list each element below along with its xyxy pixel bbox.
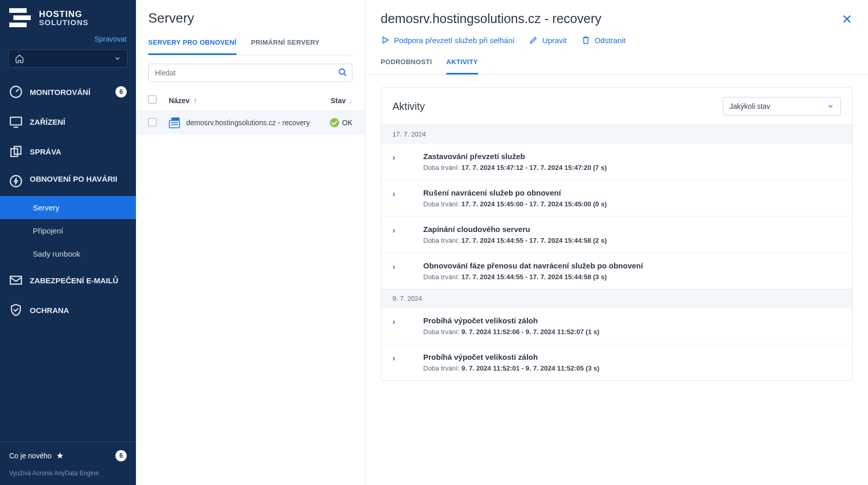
svg-point-9: [339, 69, 345, 74]
activity-row[interactable]: ›Probíhá výpočet velikosti zálohDoba trv…: [381, 307, 852, 344]
chevron-right-icon[interactable]: ›: [392, 188, 399, 199]
svg-point-7: [10, 176, 22, 187]
activity-title: Zapínání cloudového serveru: [423, 225, 841, 234]
nav-badge: 6: [115, 86, 127, 98]
logo: HOSTING SOLUTIONS: [9, 8, 127, 28]
svg-rect-2: [9, 23, 27, 27]
whats-new-badge: 6: [115, 450, 127, 461]
checkbox-row[interactable]: [148, 118, 156, 126]
svg-rect-1: [13, 15, 31, 20]
nav-label: OBNOVENÍ PO HAVÁRII: [30, 174, 117, 183]
tab-details[interactable]: PODROBNOSTI: [381, 52, 432, 74]
checkbox-all[interactable]: [148, 95, 156, 104]
nav-label: ZAŘÍZENÍ: [30, 118, 65, 126]
pencil-icon: [529, 35, 538, 45]
close-icon[interactable]: [841, 13, 853, 25]
sort-desc-icon: ↓: [349, 96, 352, 105]
state-filter-select[interactable]: Jakýkoli stav: [723, 97, 841, 115]
activity-duration: Doba trvání: 17. 7. 2024 15:47:12 - 17. …: [423, 164, 841, 171]
trash-icon: [581, 35, 590, 45]
activity-row[interactable]: ›Rušení navrácení služeb po obnoveníDoba…: [381, 180, 852, 216]
search-input[interactable]: [148, 64, 352, 82]
nav-sub-connection[interactable]: Připojení: [0, 219, 136, 242]
activity-title: Obnovování fáze přenosu dat navrácení sl…: [423, 261, 841, 270]
svg-rect-10: [169, 121, 180, 128]
logo-icon: [9, 8, 34, 28]
chevron-right-icon[interactable]: ›: [392, 353, 399, 363]
card-title: Aktivity: [392, 101, 425, 112]
chevron-right-icon[interactable]: ›: [392, 261, 399, 271]
edit-button[interactable]: Upravit: [529, 35, 567, 45]
chevron-right-icon[interactable]: ›: [392, 225, 399, 235]
bolt-icon: [9, 174, 23, 188]
chevron-right-icon[interactable]: ›: [392, 316, 399, 326]
activity-row[interactable]: ›Probíhá výpočet velikosti zálohDoba trv…: [381, 344, 852, 380]
row-state: OK: [342, 119, 352, 127]
play-icon: [381, 35, 390, 45]
date-group: 9. 7. 2024: [381, 289, 852, 307]
sort-asc-icon: ↑: [193, 96, 197, 105]
status-ok-icon: [330, 118, 339, 127]
chevron-down-icon: [114, 55, 121, 62]
activity-duration: Doba trvání: 17. 7. 2024 15:45:00 - 17. …: [423, 200, 841, 208]
search-icon[interactable]: [338, 68, 347, 79]
date-group: 17. 7. 2024: [381, 125, 852, 143]
failover-test-button[interactable]: Podpora převzetí služeb při selhání: [381, 35, 515, 45]
nav-email-security[interactable]: ZABEZPEČENÍ E-MAILŮ: [0, 265, 136, 295]
svg-rect-0: [9, 8, 27, 13]
detail-panel: demosrv.hostingsolutions.cz - recovery P…: [365, 0, 868, 485]
tab-activities[interactable]: AKTIVITY: [446, 52, 478, 74]
svg-rect-8: [10, 276, 22, 284]
activity-duration: Doba trvání: 9. 7. 2024 11:52:06 - 9. 7.…: [423, 328, 841, 336]
col-name[interactable]: Název ↑: [169, 96, 317, 105]
svg-rect-11: [171, 118, 180, 120]
svg-rect-4: [10, 117, 22, 125]
col-state[interactable]: Stav ↓: [317, 96, 352, 105]
activity-duration: Doba trvání: 17. 7. 2024 15:44:55 - 17. …: [423, 273, 841, 281]
nav-protection[interactable]: OCHRANA: [0, 295, 136, 325]
activity-title: Probíhá výpočet velikosti záloh: [423, 353, 841, 361]
nav-label: ZABEZPEČENÍ E-MAILŮ: [30, 276, 119, 285]
table-row[interactable]: demosrv.hostingsolutions.cz - recovery O…: [136, 111, 365, 134]
chevron-right-icon[interactable]: ›: [392, 152, 399, 162]
sidebar: HOSTING SOLUTIONS Spravovat MONITOROVÁNÍ…: [0, 0, 136, 485]
star-icon: [56, 452, 64, 460]
activity-row[interactable]: ›Zastavování převzetí služebDoba trvání:…: [381, 143, 852, 180]
nav-label: MONITOROVÁNÍ: [30, 88, 90, 96]
server-list-panel: Servery SERVERY PRO OBNOVENÍ PRIMÁRNÍ SE…: [136, 0, 365, 485]
chevron-down-icon: [827, 103, 834, 110]
server-icon: [169, 117, 181, 128]
gauge-icon: [9, 85, 23, 99]
page-title: Servery: [148, 10, 352, 26]
activity-title: Zastavování převzetí služeb: [423, 152, 841, 161]
copy-icon: [9, 145, 23, 158]
tab-primary-servers[interactable]: PRIMÁRNÍ SERVERY: [251, 38, 320, 55]
activity-duration: Doba trvání: 9. 7. 2024 11:52:01 - 9. 7.…: [423, 364, 841, 372]
manage-link[interactable]: Spravovat: [9, 33, 127, 49]
brand-line1: HOSTING: [39, 10, 89, 18]
activity-duration: Doba trvání: 17. 7. 2024 15:44:55 - 17. …: [423, 237, 841, 244]
mail-icon: [9, 274, 23, 287]
nav-label: SPRÁVA: [30, 147, 61, 156]
whats-new[interactable]: Co je nového 6: [0, 442, 136, 470]
tab-recovery-servers[interactable]: SERVERY PRO OBNOVENÍ: [148, 38, 236, 55]
activity-row[interactable]: ›Zapínání cloudového serveruDoba trvání:…: [381, 216, 852, 253]
organization-select[interactable]: [8, 49, 128, 68]
activity-row[interactable]: ›Obnovování fáze přenosu dat navrácení s…: [381, 253, 852, 289]
activities-card: Aktivity Jakýkoli stav 17. 7. 2024›Zasta…: [381, 87, 853, 381]
nav-devices[interactable]: ZAŘÍZENÍ: [0, 107, 136, 137]
nav-admin[interactable]: SPRÁVA: [0, 137, 136, 166]
nav-sub-runbooks[interactable]: Sady runbook: [0, 242, 136, 265]
activity-title: Probíhá výpočet velikosti záloh: [423, 316, 841, 325]
nav-sub-servers[interactable]: Servery: [0, 196, 136, 219]
shield-icon: [9, 303, 23, 317]
home-icon: [15, 54, 24, 63]
delete-button[interactable]: Odstranit: [581, 35, 626, 45]
nav-monitoring[interactable]: MONITOROVÁNÍ 6: [0, 77, 136, 107]
nav-disaster-recovery[interactable]: OBNOVENÍ PO HAVÁRII: [0, 166, 136, 196]
monitor-icon: [9, 115, 23, 128]
row-name: demosrv.hostingsolutions.cz - recovery: [186, 119, 310, 127]
whats-new-label: Co je nového: [9, 452, 52, 460]
table-header: Název ↑ Stav ↓: [136, 90, 365, 111]
detail-title: demosrv.hostingsolutions.cz - recovery: [381, 11, 601, 26]
